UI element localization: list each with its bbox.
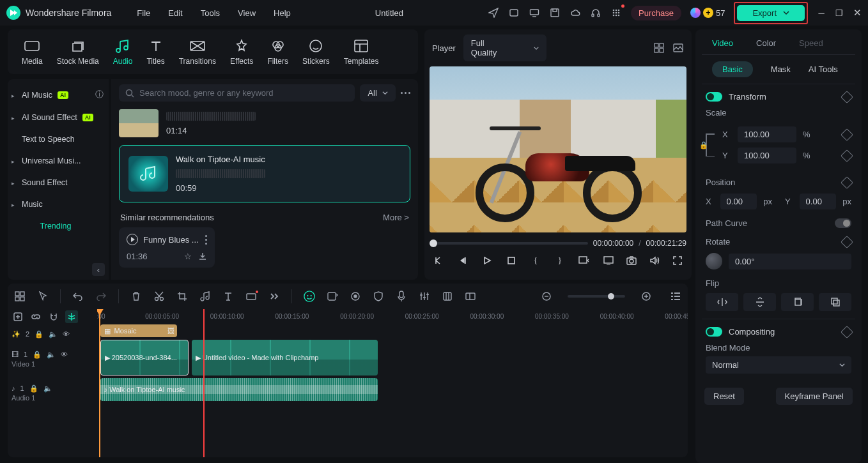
tab-transitions[interactable]: Transitions bbox=[179, 38, 216, 66]
flip-v-button[interactable] bbox=[743, 293, 776, 311]
add-track-icon[interactable] bbox=[12, 310, 24, 323]
video-clip-selected[interactable]: ▶ 20520038-und-384... bbox=[100, 340, 189, 376]
favorite-icon[interactable]: ☆ bbox=[184, 252, 192, 261]
pos-x-input[interactable]: 0.00 bbox=[720, 194, 757, 209]
mixer-icon[interactable] bbox=[419, 291, 430, 301]
rec-menu-icon[interactable] bbox=[205, 235, 207, 245]
auto-ripple-icon[interactable] bbox=[65, 310, 78, 323]
marker[interactable] bbox=[203, 309, 205, 457]
flip-h-button[interactable] bbox=[706, 293, 738, 311]
filter-all-dropdown[interactable]: All bbox=[360, 84, 395, 102]
rotate-input[interactable]: 0.00° bbox=[729, 254, 851, 269]
headphones-icon[interactable] bbox=[590, 7, 601, 19]
image-view-icon[interactable] bbox=[672, 42, 684, 54]
transform-toggle[interactable] bbox=[706, 92, 722, 102]
playhead[interactable] bbox=[99, 309, 100, 457]
cat-tts[interactable]: Text to Speech bbox=[8, 128, 109, 150]
cat-sound-effect[interactable]: Sound Effect bbox=[8, 172, 109, 194]
insp-tab-speed[interactable]: Speed bbox=[799, 38, 823, 48]
text-tool-icon[interactable] bbox=[222, 291, 234, 301]
more-link[interactable]: More > bbox=[383, 213, 409, 222]
volume-icon[interactable] bbox=[648, 254, 661, 267]
lock-icon[interactable]: 🔒 bbox=[33, 351, 42, 359]
track-item[interactable]: 01:14 bbox=[119, 105, 410, 141]
zoom-out-icon[interactable] bbox=[541, 291, 552, 301]
cat-ai-music[interactable]: AI MusicAIⓘ bbox=[8, 83, 109, 107]
pos-y-input[interactable]: 0.00 bbox=[800, 194, 837, 209]
snapshot-icon[interactable] bbox=[625, 254, 638, 267]
shield-icon[interactable] bbox=[373, 291, 384, 301]
timeline-options-icon[interactable] bbox=[670, 291, 681, 301]
tab-templates[interactable]: Templates bbox=[344, 38, 379, 66]
tab-stickers[interactable]: Stickers bbox=[302, 38, 330, 66]
quality-dropdown[interactable]: Full Quality bbox=[463, 34, 546, 61]
insp-sub-basic[interactable]: Basic bbox=[712, 61, 753, 77]
maximize-button[interactable]: ❐ bbox=[835, 8, 844, 18]
tab-media[interactable]: Media bbox=[22, 38, 43, 66]
stop-icon[interactable] bbox=[505, 254, 518, 267]
tab-titles[interactable]: Titles bbox=[146, 38, 164, 66]
cat-ai-sound[interactable]: AI Sound EffectAI bbox=[8, 107, 109, 128]
tab-audio[interactable]: Audio bbox=[113, 38, 133, 66]
fx-clip[interactable]: ▦ Mosaic 🖼 bbox=[100, 324, 177, 337]
reset-button[interactable]: Reset bbox=[704, 388, 744, 405]
lock-icon[interactable]: 🔒 bbox=[35, 330, 43, 338]
keyframe-icon[interactable] bbox=[841, 128, 853, 141]
more-options-icon[interactable] bbox=[401, 92, 410, 94]
menu-view[interactable]: View bbox=[238, 8, 256, 18]
collapse-sidebar-button[interactable]: ‹ bbox=[92, 263, 105, 276]
ai-assist-icon[interactable] bbox=[304, 290, 315, 303]
menu-edit[interactable]: Edit bbox=[168, 8, 182, 18]
cursor-icon[interactable] bbox=[37, 291, 49, 301]
prev-frame-icon[interactable] bbox=[432, 254, 445, 267]
video-preview[interactable] bbox=[430, 66, 686, 232]
cat-trending[interactable]: Trending bbox=[8, 215, 109, 237]
track-header-video[interactable]: 🎞1 🔒 🔈 👁 Video 1 bbox=[8, 341, 97, 378]
magnet-icon[interactable] bbox=[47, 310, 60, 323]
insp-sub-mask[interactable]: Mask bbox=[771, 65, 791, 74]
insp-tab-color[interactable]: Color bbox=[756, 38, 776, 48]
send-icon[interactable] bbox=[488, 7, 499, 19]
save-icon[interactable] bbox=[549, 7, 561, 19]
paste-button[interactable] bbox=[819, 293, 851, 311]
apps-icon[interactable] bbox=[610, 7, 622, 19]
timeline-ruler[interactable]: 00:00 00:00:05:00 00:00:10:00 00:00:15:0… bbox=[97, 309, 688, 324]
rotate-dial[interactable] bbox=[706, 253, 722, 269]
tab-effects[interactable]: Effects bbox=[230, 38, 253, 66]
search-input[interactable]: Search mood, genre or any keyword bbox=[119, 84, 355, 102]
more-tools-icon[interactable] bbox=[268, 293, 280, 300]
download-icon[interactable] bbox=[198, 252, 207, 261]
blend-mode-dropdown[interactable]: Normal bbox=[706, 356, 851, 374]
delete-icon[interactable] bbox=[130, 291, 142, 301]
insp-sub-ai[interactable]: AI Tools bbox=[809, 65, 838, 74]
timeline-body[interactable]: 00:00 00:00:05:00 00:00:10:00 00:00:15:0… bbox=[97, 309, 688, 457]
enhance-icon[interactable] bbox=[327, 291, 338, 301]
keyframe-icon[interactable] bbox=[841, 176, 853, 189]
keyframe-icon[interactable] bbox=[841, 326, 853, 338]
track-header-fx[interactable]: ✨2 🔒 🔈 👁 bbox=[8, 327, 97, 341]
marker-tool-icon[interactable] bbox=[442, 291, 453, 301]
play-icon[interactable] bbox=[127, 234, 138, 245]
crop-icon[interactable] bbox=[176, 291, 188, 301]
lock-icon[interactable]: 🔒 bbox=[29, 384, 38, 393]
cut-icon[interactable] bbox=[153, 291, 165, 301]
monitor-icon[interactable] bbox=[529, 7, 540, 19]
track-item-selected[interactable]: Walk on Tiptoe-AI music 00:59 bbox=[119, 145, 410, 202]
ratio-dropdown-icon[interactable] bbox=[578, 254, 591, 267]
keyframe-icon[interactable] bbox=[841, 149, 853, 162]
recommendation-card[interactable]: Funny Blues ... 01:36 ☆ bbox=[119, 227, 215, 268]
seek-bar[interactable] bbox=[430, 242, 588, 245]
music-tool-icon[interactable] bbox=[199, 291, 211, 301]
close-button[interactable]: ✕ bbox=[853, 7, 862, 19]
redo-icon[interactable] bbox=[95, 292, 107, 301]
export-button[interactable]: Export bbox=[737, 5, 805, 21]
video-clip[interactable]: ▶ Untitled video - Made with Clipchamp bbox=[192, 340, 378, 376]
zoom-in-icon[interactable] bbox=[640, 291, 652, 301]
path-curve-toggle[interactable] bbox=[835, 218, 851, 228]
add-credits-icon[interactable]: + bbox=[703, 8, 713, 18]
layout-icon[interactable] bbox=[14, 291, 26, 301]
undo-icon[interactable] bbox=[72, 292, 84, 301]
visible-icon[interactable]: 👁 bbox=[63, 330, 70, 338]
audio-clip[interactable]: ♪ Walk on Tiptoe-AI music bbox=[100, 378, 378, 401]
display-icon[interactable] bbox=[602, 254, 615, 267]
